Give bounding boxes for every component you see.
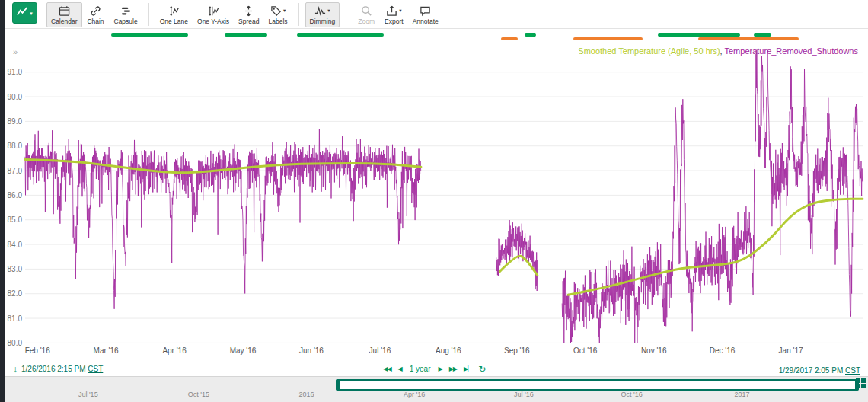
x-axis-tick-label: Aug '16 [436,346,461,355]
left-edge-panel [0,0,5,402]
zoom-button: Zoom [353,2,380,27]
toolbar-button-label: Labels [269,18,288,25]
green-capsules-segment[interactable] [297,34,384,37]
trend-chart-icon [17,6,28,20]
toolbar-button-label: One Y-Axis [197,18,229,25]
toolbar-separator [148,3,149,26]
timeline-label: 2016 [298,391,314,398]
toolbar-button-label: One Lane [160,18,188,25]
toolbar-buttons: CalendarChainCapsuleOne LaneOne Y-AxisSp… [46,2,443,27]
trend-view-button[interactable]: ▾ [12,2,37,24]
timeline-label: Jul '15 [78,391,98,398]
green-capsules-segment[interactable] [111,34,188,37]
range-end: 1/29/2017 2:05 PM CST [779,362,860,376]
legend-item[interactable]: Smoothed Temperature (Agile, 50 hrs) [578,46,720,56]
refresh-button[interactable]: ↻ [478,364,486,375]
x-axis-tick-label: May '16 [230,346,257,355]
grid-icon[interactable] [856,378,866,388]
duration-label[interactable]: 1 year [410,365,431,373]
toolbar-button-label: Export [385,18,404,25]
range-start: ↓ 1/26/2016 2:15 PM CST [13,364,103,375]
export-button[interactable]: ▾Export [380,2,408,27]
toolbar-button-label: Chain [87,18,104,25]
caret-down-icon: ▾ [327,8,330,14]
trend-chart-svg[interactable]: 80.081.082.083.084.085.086.087.088.089.0… [5,44,868,360]
x-axis-tick-label: Mar '16 [94,346,119,355]
y-axis-tick-label: 86.0 [8,191,23,199]
fast-forward-button[interactable]: ▶▶ [449,365,457,372]
one-lane-button[interactable]: One Lane [155,2,193,27]
noisy-signal-path[interactable] [562,50,862,343]
caret-down-icon: ▾ [399,8,401,14]
toolbar-button-label: Dimming [310,18,336,25]
orange-capsules-segment[interactable] [501,37,518,40]
green-capsules-segment[interactable] [525,34,536,37]
orange-capsules-segment[interactable] [573,37,643,40]
green-capsules-segment[interactable] [699,34,740,37]
calendar-button[interactable]: Calendar [46,2,82,27]
display-range-bar: ↓ 1/26/2016 2:15 PM CST ◀◀◀1 year▶▶▶▶▏↻ … [5,362,868,376]
capsule-icon [120,5,132,17]
range-end-timezone[interactable]: CST [845,366,860,375]
timeline-scrollbar[interactable]: Jul '15Oct '152016Apr '16Jul '16Oct '162… [5,376,868,402]
lane-expander-icon[interactable]: » [13,47,18,56]
labels-button[interactable]: ▾Labels [264,2,292,27]
toolbar-button-label: Spread [238,18,259,25]
timeline-label: Oct '15 [188,391,209,398]
range-start-datetime: 1/26/2016 2:15 PM [21,365,86,373]
y-axis-tick-label: 89.0 [8,117,23,126]
y-axis-tick-label: 91.0 [8,68,23,76]
zoom-icon [361,5,372,17]
dimming-button[interactable]: ▾Dimming [305,2,340,27]
step-end-button[interactable]: ▶▏ [464,365,471,372]
green-capsules-segment[interactable] [658,34,704,37]
timeline-label: 2017 [735,391,750,398]
spread-icon [243,5,254,17]
x-axis-tick-label: Jan '17 [779,346,803,355]
x-axis-tick-label: Apr '16 [162,346,187,355]
timeline-label: Apr '16 [404,391,425,398]
labels-icon: ▾ [270,5,286,17]
y-axis-tick-label: 81.0 [8,314,23,323]
next-button[interactable]: ▶ [439,365,442,372]
annotate-button[interactable]: Annotate [408,2,443,27]
y-axis-tick-label: 85.0 [8,215,23,224]
toolbar-button-label: Capsule [114,18,138,25]
x-axis-tick-label: Nov '16 [641,346,667,355]
timeline-label: Oct '16 [621,391,642,398]
export-icon: ▾ [386,5,401,17]
green-capsules-segment[interactable] [225,34,268,37]
capsule-button[interactable]: Capsule [110,2,142,27]
green-capsules-segment[interactable] [754,34,771,37]
one-y-axis-button[interactable]: One Y-Axis [193,2,234,27]
range-start-timezone[interactable]: CST [88,365,103,373]
x-axis-tick-label: Jul '16 [369,346,391,355]
y-axis-tick-label: 90.0 [8,93,23,101]
noisy-signal-path[interactable] [25,129,421,309]
timeline-left-handle[interactable] [336,379,340,391]
y-axis-tick-label: 84.0 [8,241,23,249]
x-axis-tick-label: Sep '16 [504,346,530,355]
range-end-link[interactable]: 1/29/2017 2:05 PM CST [779,366,860,375]
toolbar-separator [298,3,299,26]
range-start-link[interactable]: 1/26/2016 2:15 PM CST [21,365,103,373]
legend-item[interactable]: Temperature_Removed_Shutdowns [725,46,859,56]
y-axis-tick-label: 87.0 [8,167,23,175]
chain-button[interactable]: Chain [82,2,110,27]
trend-toolbar: ▾ CalendarChainCapsuleOne LaneOne Y-Axis… [5,0,868,29]
orange-capsules-segment[interactable] [698,37,799,40]
x-axis-tick-label: Jun '16 [299,346,324,355]
y-axis-tick-label: 83.0 [8,265,23,273]
range-step-controls: ◀◀◀1 year▶▶▶▶▏↻ [383,364,486,375]
timeline-label: Jul '16 [514,391,534,398]
noisy-signal-path[interactable] [496,220,538,291]
one-lane-icon [168,5,180,17]
toolbar-button-label: Annotate [413,18,439,25]
step-back-button[interactable]: ◀◀ [383,365,391,372]
y-axis-tick-label: 80.0 [8,339,23,347]
prev-button[interactable]: ◀ [398,365,402,372]
timeline-range-selector[interactable] [336,379,859,391]
trend-chart-area[interactable]: Smoothed Temperature (Agile, 50 hrs), Te… [5,30,868,362]
investigate-range-icon[interactable]: ↓ [13,364,18,375]
spread-button[interactable]: Spread [234,2,263,27]
